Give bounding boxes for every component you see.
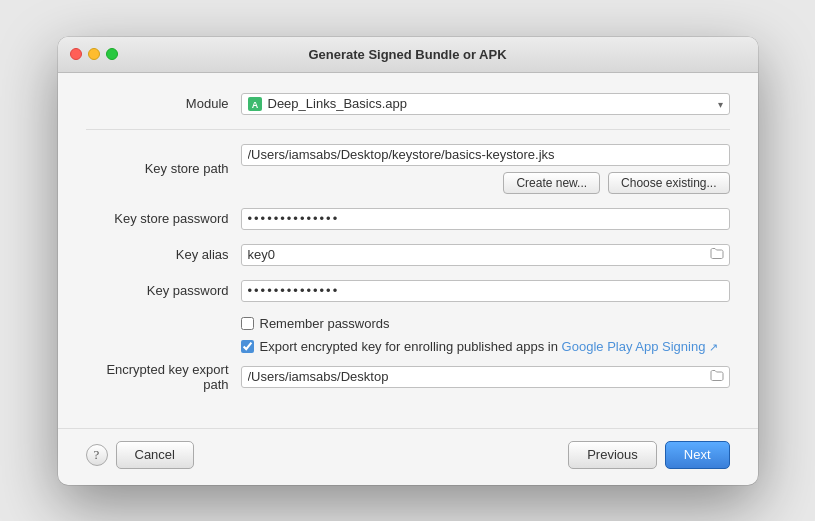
keystore-password-label: Key store password — [86, 211, 241, 226]
key-alias-label: Key alias — [86, 247, 241, 262]
module-field: A Deep_Links_Basics.app ▾ — [241, 93, 730, 115]
keystore-path-row: Key store path Create new... Choose exis… — [86, 144, 730, 194]
module-value: A Deep_Links_Basics.app — [248, 96, 723, 111]
dialog-title: Generate Signed Bundle or APK — [308, 47, 506, 62]
traffic-lights — [70, 48, 118, 60]
minimize-button[interactable] — [88, 48, 100, 60]
key-password-input[interactable] — [241, 280, 730, 302]
keystore-label: Key store path — [86, 161, 241, 176]
key-alias-field — [241, 244, 730, 266]
key-password-row: Key password — [86, 280, 730, 302]
module-label: Module — [86, 96, 241, 111]
module-row: Module A Deep_Links_Basics.app ▾ — [86, 93, 730, 115]
keystore-password-row: Key store password — [86, 208, 730, 230]
folder-icon — [710, 247, 724, 262]
keystore-field-area: Create new... Choose existing... — [241, 144, 730, 194]
encrypted-key-field — [241, 366, 730, 388]
create-new-button[interactable]: Create new... — [503, 172, 600, 194]
previous-button[interactable]: Previous — [568, 441, 657, 469]
remember-passwords-row: Remember passwords — [241, 316, 730, 331]
close-button[interactable] — [70, 48, 82, 60]
key-password-label: Key password — [86, 283, 241, 298]
encrypted-key-path-row: Encrypted key export path — [86, 362, 730, 392]
external-link-icon: ↗ — [709, 341, 718, 353]
cancel-button[interactable]: Cancel — [116, 441, 194, 469]
key-alias-input[interactable] — [241, 244, 730, 266]
footer-left: ? Cancel — [86, 441, 194, 469]
keystore-buttons: Create new... Choose existing... — [241, 172, 730, 194]
key-password-field — [241, 280, 730, 302]
google-play-signing-link[interactable]: Google Play App Signing — [562, 339, 706, 354]
android-icon: A — [248, 97, 262, 111]
svg-text:A: A — [251, 100, 258, 110]
module-text: Deep_Links_Basics.app — [268, 96, 407, 111]
next-button[interactable]: Next — [665, 441, 730, 469]
remember-passwords-label[interactable]: Remember passwords — [260, 316, 390, 331]
encrypted-key-input[interactable] — [241, 366, 730, 388]
dialog: Generate Signed Bundle or APK Module A D… — [58, 37, 758, 485]
help-button[interactable]: ? — [86, 444, 108, 466]
titlebar: Generate Signed Bundle or APK — [58, 37, 758, 73]
export-key-checkbox[interactable] — [241, 340, 254, 353]
footer: ? Cancel Previous Next — [58, 428, 758, 485]
form-content: Module A Deep_Links_Basics.app ▾ Key sto… — [58, 73, 758, 422]
encrypted-key-label: Encrypted key export path — [86, 362, 241, 392]
keystore-password-field — [241, 208, 730, 230]
key-alias-row: Key alias — [86, 244, 730, 266]
keystore-input[interactable] — [241, 144, 730, 166]
module-dropdown[interactable]: A Deep_Links_Basics.app ▾ — [241, 93, 730, 115]
maximize-button[interactable] — [106, 48, 118, 60]
export-key-row: Export encrypted key for enrolling publi… — [241, 339, 730, 354]
footer-right: Previous Next — [568, 441, 729, 469]
choose-existing-button[interactable]: Choose existing... — [608, 172, 729, 194]
encrypted-key-folder-icon — [710, 369, 724, 384]
export-key-text: Export encrypted key for enrolling publi… — [260, 339, 558, 354]
remember-passwords-checkbox[interactable] — [241, 317, 254, 330]
keystore-password-input[interactable] — [241, 208, 730, 230]
export-key-label[interactable]: Export encrypted key for enrolling publi… — [260, 339, 719, 354]
divider — [86, 129, 730, 130]
